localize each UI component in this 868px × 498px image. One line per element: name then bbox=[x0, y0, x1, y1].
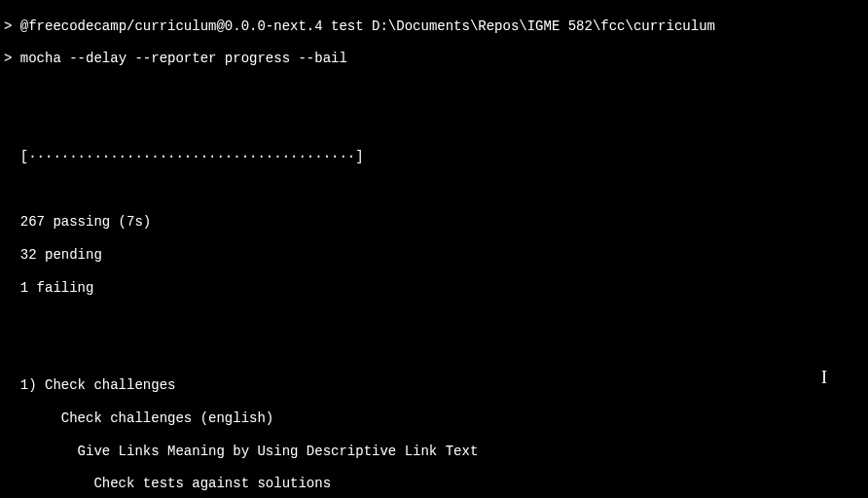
failure-subsuite: Check challenges (english) bbox=[4, 410, 864, 427]
blank-line bbox=[4, 312, 864, 329]
progress-bar: [·······································… bbox=[4, 149, 864, 165]
failure-test: Give Links Meaning by Using Descriptive … bbox=[4, 444, 864, 460]
mocha-command: mocha --delay --reporter progress --bail bbox=[20, 51, 347, 66]
prompt: > bbox=[4, 51, 20, 66]
blank-line bbox=[4, 182, 864, 198]
prompt: > bbox=[4, 18, 20, 34]
failing-summary: 1 failing bbox=[4, 280, 864, 297]
pending-summary: 32 pending bbox=[4, 247, 864, 264]
terminal-output[interactable]: > @freecodecamp/curriculum@0.0.0-next.4 … bbox=[0, 0, 868, 498]
command-line: > @freecodecamp/curriculum@0.0.0-next.4 … bbox=[4, 18, 864, 35]
passing-summary: 267 passing (7s) bbox=[4, 214, 864, 231]
failure-subtest: Check tests against solutions bbox=[4, 476, 864, 492]
npm-script-header: @freecodecamp/curriculum@0.0.0-next.4 te… bbox=[20, 18, 715, 34]
command-line: > mocha --delay --reporter progress --ba… bbox=[4, 51, 864, 67]
blank-line bbox=[4, 117, 864, 133]
blank-line bbox=[4, 345, 864, 362]
text-cursor-icon: I bbox=[821, 368, 827, 389]
failure-suite: 1) Check challenges bbox=[4, 377, 864, 394]
blank-line bbox=[4, 84, 864, 100]
